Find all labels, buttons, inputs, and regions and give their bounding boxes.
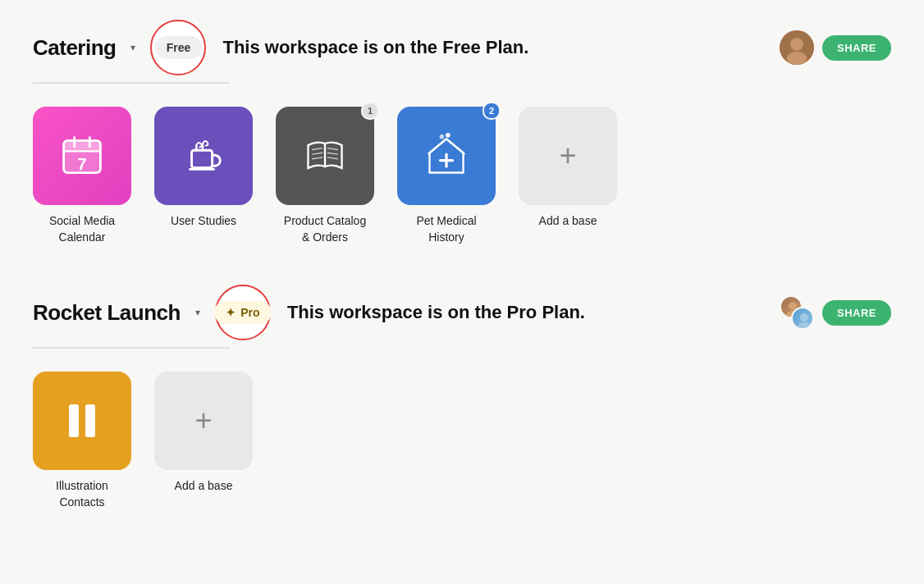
plan-badge-free[interactable]: Free (155, 36, 203, 59)
workspace-dropdown-arrow-rocket[interactable]: ▾ (190, 305, 205, 320)
pause-icon (69, 404, 95, 437)
share-button-rocket[interactable]: SHARE (822, 300, 891, 326)
svg-point-25 (446, 133, 451, 138)
svg-line-18 (327, 148, 338, 150)
bases-grid-rocket: IllustrationContacts + Add a base (33, 372, 891, 510)
share-button-catering[interactable]: SHARE (822, 35, 891, 61)
base-item-user-studies[interactable]: User Studies (154, 107, 253, 245)
plan-badge-wrapper-catering[interactable]: Free (150, 20, 206, 75)
svg-line-17 (312, 157, 322, 159)
workspace-divider-catering (33, 82, 230, 84)
base-label-add-rocket: Add a base (175, 478, 233, 495)
base-icon-add-catering: + (519, 107, 617, 205)
workspace-plan-text-rocket: This workspace is on the Pro Plan. (287, 302, 585, 323)
workspace-title-rocket: Rocket Launch (33, 300, 181, 326)
svg-line-16 (312, 153, 322, 154)
workspace-title-catering: Catering (33, 35, 116, 61)
badge-notification-catalog: 1 (361, 102, 379, 120)
base-label-illustration: IllustrationContacts (56, 478, 108, 510)
workspace-plan-text-catering: This workspace is on the Free Plan. (222, 37, 528, 58)
base-item-social-media[interactable]: 7 Social MediaCalendar (33, 107, 131, 245)
plan-badge-pro[interactable]: ✦ Pro (214, 301, 271, 324)
workspace-rocket-launch: Rocket Launch ▾ ✦ Pro This workspace is … (33, 285, 891, 510)
workspace-header-catering: Catering ▾ Free This workspace is on the… (33, 20, 891, 75)
base-label-social-media: Social MediaCalendar (49, 213, 115, 245)
bases-grid-catering: 7 Social MediaCalendar (33, 107, 891, 245)
svg-point-24 (440, 135, 445, 139)
base-label-user-studies: User Studies (171, 213, 236, 230)
plan-badge-wrapper-rocket[interactable]: ✦ Pro (215, 285, 271, 340)
avatar-catering (780, 30, 814, 65)
base-item-illustration-contacts[interactable]: IllustrationContacts (33, 372, 131, 510)
svg-rect-10 (192, 150, 213, 167)
workspace-divider-rocket (33, 347, 230, 349)
workspace-header-right-catering: SHARE (780, 30, 891, 65)
svg-line-19 (327, 153, 338, 154)
plan-badge-ring-catering: Free (150, 20, 206, 75)
page-container: Catering ▾ Free This workspace is on the… (0, 0, 924, 569)
add-icon-rocket: + (194, 406, 212, 436)
svg-point-2 (787, 52, 807, 65)
base-icon-pet-medical: 2 (397, 107, 496, 205)
base-icon-add-rocket: + (154, 372, 253, 470)
star-icon: ✦ (226, 306, 236, 319)
base-icon-illustration (33, 372, 131, 470)
base-icon-product-catalog: 1 (276, 107, 374, 205)
add-icon-catering: + (559, 141, 576, 171)
svg-text:7: 7 (77, 154, 86, 173)
base-item-pet-medical[interactable]: 2 Pet MedicalHistory (397, 107, 496, 245)
base-item-add-base-rocket[interactable]: + Add a base (154, 372, 253, 510)
svg-rect-5 (64, 140, 101, 151)
base-item-add-base-catering[interactable]: + Add a base (519, 107, 617, 245)
base-label-product-catalog: Product Catalog& Orders (284, 213, 366, 245)
svg-point-29 (798, 322, 811, 330)
svg-line-20 (327, 157, 338, 159)
workspace-header-rocket: Rocket Launch ▾ ✦ Pro This workspace is … (33, 285, 891, 340)
base-icon-social-media: 7 (33, 107, 131, 205)
avatar-rocket-multi (780, 295, 814, 330)
workspace-header-right-rocket: SHARE (780, 295, 891, 330)
workspace-catering: Catering ▾ Free This workspace is on the… (33, 20, 891, 245)
base-label-add-catering: Add a base (539, 213, 597, 230)
badge-notification-pet: 2 (483, 102, 501, 120)
svg-point-1 (790, 38, 803, 51)
base-label-pet-medical: Pet MedicalHistory (416, 213, 476, 245)
plan-badge-ring-rocket: ✦ Pro (215, 285, 271, 340)
base-item-product-catalog[interactable]: 1 Product Catalog& (276, 107, 374, 245)
svg-point-28 (800, 313, 808, 322)
svg-line-15 (312, 148, 322, 150)
workspace-dropdown-arrow-catering[interactable]: ▾ (126, 40, 140, 55)
base-icon-user-studies (154, 107, 253, 205)
